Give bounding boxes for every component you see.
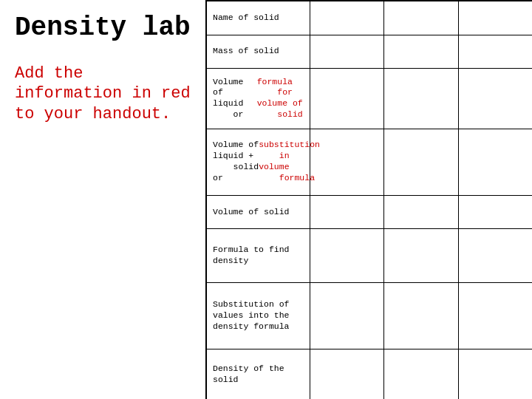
page-title: Density lab bbox=[15, 13, 191, 43]
cell-name-of-solid-2 bbox=[384, 1, 458, 35]
cell-substitution-1 bbox=[310, 283, 384, 349]
cell-density-1 bbox=[310, 349, 384, 399]
cell-vol-solid-3 bbox=[459, 196, 532, 229]
cell-name-of-solid-3 bbox=[459, 1, 532, 35]
cell-vol-liquid-solid-1 bbox=[310, 129, 384, 195]
row-volume-of-liquid: Volume of liquid or formula for volume o… bbox=[207, 69, 532, 129]
data-table: Name of solid Mass of solid Volume of li… bbox=[207, 0, 532, 399]
cell-vol-solid-1 bbox=[310, 196, 384, 229]
cell-vol-liquid-solid-3 bbox=[459, 129, 532, 195]
cell-vol-liquid-1 bbox=[310, 69, 384, 128]
cell-formula-1 bbox=[310, 229, 384, 282]
label-volume-of-liquid: Volume of liquid or formula for volume o… bbox=[207, 69, 310, 128]
row-substitution: Substitution of values into the density … bbox=[207, 283, 532, 349]
cell-vol-liquid-3 bbox=[459, 69, 532, 128]
cell-vol-liquid-solid-2 bbox=[384, 129, 458, 195]
cell-mass-of-solid-2 bbox=[384, 35, 458, 69]
cell-density-2 bbox=[384, 349, 458, 399]
row-density-of-solid: Density of the solid bbox=[207, 349, 532, 399]
label-mass-of-solid: Mass of solid bbox=[207, 35, 310, 69]
label-substitution: Substitution of values into the density … bbox=[207, 283, 310, 349]
label-formula-density: Formula to find density bbox=[207, 229, 310, 282]
cell-formula-3 bbox=[459, 229, 532, 282]
row-volume-liquid-solid: Volume of liquid + solid or substitution… bbox=[207, 129, 532, 196]
row-mass-of-solid: Mass of solid bbox=[207, 35, 532, 69]
row-formula-density: Formula to find density bbox=[207, 229, 532, 282]
right-panel: Name of solid Mass of solid Volume of li… bbox=[205, 0, 532, 399]
subtitle-end: to your handout. bbox=[15, 105, 171, 123]
cell-name-of-solid-1 bbox=[310, 1, 384, 35]
label-volume-liquid-solid: Volume of liquid + solid or substitution… bbox=[207, 129, 310, 195]
page: Density lab Add the information in red t… bbox=[0, 0, 532, 399]
cell-formula-2 bbox=[384, 229, 458, 282]
subtitle-plain: Add the information in bbox=[15, 64, 161, 103]
label-density-of-solid: Density of the solid bbox=[207, 349, 310, 399]
cell-mass-of-solid-3 bbox=[459, 35, 532, 69]
cell-vol-liquid-2 bbox=[384, 69, 458, 128]
cell-vol-solid-2 bbox=[384, 196, 458, 229]
cell-mass-of-solid-1 bbox=[310, 35, 384, 69]
subtitle-red: red bbox=[161, 84, 191, 103]
label-volume-of-solid: Volume of solid bbox=[207, 196, 310, 229]
cell-substitution-2 bbox=[384, 283, 458, 349]
cell-substitution-3 bbox=[459, 283, 532, 349]
row-name-of-solid: Name of solid bbox=[207, 1, 532, 35]
cell-density-3 bbox=[459, 349, 532, 399]
subtitle: Add the information in red to your hando… bbox=[15, 64, 191, 125]
label-name-of-solid: Name of solid bbox=[207, 1, 310, 35]
left-panel: Density lab Add the information in red t… bbox=[0, 0, 205, 399]
row-volume-of-solid: Volume of solid bbox=[207, 196, 532, 230]
